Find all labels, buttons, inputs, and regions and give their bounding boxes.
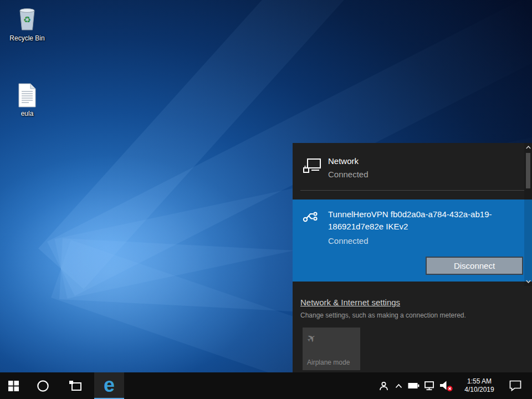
divider — [300, 190, 524, 191]
people-icon — [379, 381, 388, 391]
airplane-mode-label: Airplane mode — [307, 359, 350, 366]
network-list-item[interactable]: Network Connected — [293, 143, 532, 190]
edge-browser-button[interactable]: e — [94, 372, 124, 399]
desktop-icon-recycle-bin[interactable]: ♻ Recycle Bin — [6, 6, 49, 42]
taskbar-clock[interactable]: 1:55 AM 4/10/2019 — [460, 377, 499, 394]
ethernet-tray-icon — [424, 381, 434, 391]
battery-button[interactable] — [406, 372, 421, 399]
action-center-icon — [509, 380, 521, 391]
battery-icon — [408, 382, 420, 389]
recycle-bin-icon: ♻ — [6, 6, 49, 32]
desktop-icon-eula[interactable]: eula — [6, 81, 49, 117]
network-settings-link[interactable]: Network & Internet settings — [300, 298, 400, 307]
search-button[interactable] — [27, 372, 59, 399]
chevron-up-icon — [395, 383, 402, 388]
clock-time: 1:55 AM — [467, 377, 492, 386]
desktop-icon-label: eula — [6, 110, 49, 117]
flyout-footer: Network & Internet settings Change setti… — [293, 286, 532, 370]
settings-hint: Change settings, such as making a connec… — [300, 311, 522, 319]
disconnect-button[interactable]: Disconnect — [426, 257, 523, 275]
volume-button[interactable] — [437, 372, 456, 399]
scrollbar-thumb[interactable] — [526, 153, 530, 188]
desktop-icon-label: Recycle Bin — [6, 34, 49, 42]
vpn-list-item[interactable]: TunnelHeroVPN fb0d2a0a-a784-432a-ab19-18… — [293, 200, 532, 282]
ethernet-icon — [303, 156, 321, 179]
airplane-mode-button[interactable]: ✈ Airplane mode — [303, 328, 360, 370]
vpn-name: TunnelHeroVPN fb0d2a0a-a784-432a-ab19-18… — [328, 208, 501, 233]
clock-date: 4/10/2019 — [464, 386, 494, 394]
volume-muted-icon — [439, 380, 453, 392]
vpn-status: Connected — [328, 236, 501, 245]
network-status: Connected — [328, 170, 369, 179]
windows-logo-icon — [8, 381, 19, 391]
network-tray-button[interactable] — [421, 372, 437, 399]
taskbar: e — [0, 372, 532, 399]
edge-icon: e — [104, 373, 115, 397]
eula-document-icon — [6, 81, 49, 108]
hidden-icons-button[interactable] — [391, 372, 406, 399]
task-view-button[interactable] — [59, 372, 91, 399]
network-title: Network — [328, 156, 369, 166]
recycle-symbol-icon: ♻ — [6, 14, 49, 25]
search-circle-icon — [37, 380, 49, 392]
network-list: Network Connected TunnelHeroVPN fb0d2a0a… — [293, 143, 532, 286]
network-flyout: Network Connected TunnelHeroVPN fb0d2a0a… — [293, 143, 532, 372]
system-tray: 1:55 AM 4/10/2019 — [376, 372, 532, 399]
action-center-button[interactable] — [503, 372, 528, 399]
wallpaper-glow — [0, 122, 310, 399]
start-button[interactable] — [0, 372, 27, 399]
vpn-icon — [303, 208, 321, 282]
airplane-icon: ✈ — [304, 331, 319, 346]
scroll-down-icon[interactable] — [524, 278, 532, 285]
scroll-up-icon[interactable] — [524, 144, 532, 151]
people-button[interactable] — [376, 372, 391, 399]
flyout-scrollbar[interactable] — [524, 143, 532, 286]
task-view-icon — [69, 380, 81, 391]
